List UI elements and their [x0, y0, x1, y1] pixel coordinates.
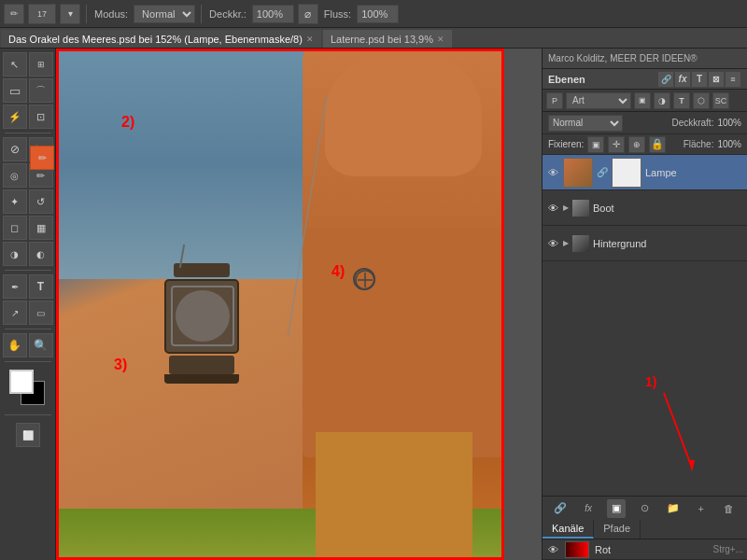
rect-select-tool[interactable]: ▭: [3, 78, 27, 103]
modus-select[interactable]: Normal: [134, 5, 195, 23]
gradient-tool[interactable]: ▦: [29, 216, 53, 240]
deckkr-input[interactable]: [252, 5, 294, 23]
filter-adj2-icon[interactable]: ◑: [654, 92, 670, 109]
layer-boot[interactable]: 👁 ▶ Boot: [543, 190, 747, 226]
sub-tabs: Kanäle Pfade: [543, 520, 747, 539]
tab-secondary-close[interactable]: ✕: [437, 35, 444, 44]
annotation-arrow-svg: [599, 384, 720, 505]
circle-target: [353, 268, 375, 290]
eyedropper-tool[interactable]: ⊘: [3, 137, 27, 161]
pen-tool[interactable]: ✒: [3, 274, 27, 299]
layer-boot-visibility[interactable]: 👁: [546, 202, 559, 215]
tab-main[interactable]: Das Orakel des Meeres.psd bei 152% (Lamp…: [0, 29, 322, 48]
layer-lampe-chain[interactable]: 🔗: [597, 167, 608, 177]
history-brush[interactable]: ↺: [29, 189, 53, 214]
filter-icon[interactable]: P: [546, 92, 563, 109]
tab-kanaele[interactable]: Kanäle: [543, 520, 594, 539]
blend-row: Normal Deckkraft: 100%: [543, 112, 747, 134]
brush-tool-icon[interactable]: ✏: [4, 4, 24, 24]
deckkr-label: Deckkr.:: [209, 8, 247, 20]
main-area: ↖ ⊞ ▭ ⌒ ⚡ ⊡ ⊘ 📐 ◎ ✏ ✦ ↺ ◻ ▦ ◑ ◐: [0, 49, 747, 560]
lock-pixel-icon[interactable]: ▣: [587, 136, 604, 153]
channel-rot-name: Rot: [595, 544, 707, 555]
move-tool[interactable]: ↖: [3, 52, 27, 77]
lasso-tool[interactable]: ⌒: [29, 78, 53, 103]
channel-rot-thumb: [565, 541, 589, 558]
shape-tool[interactable]: ▭: [29, 301, 53, 325]
tool-pair-clone: ✦ ↺: [3, 189, 53, 214]
artboard-tool[interactable]: ⊞: [29, 52, 53, 77]
opacity-value: 100%: [717, 118, 741, 128]
layer-hintergrund-triangle[interactable]: ▶: [563, 239, 569, 247]
layers-fx-bottom-icon[interactable]: fx: [579, 499, 598, 518]
layers-type-icon[interactable]: T: [691, 71, 708, 88]
brush-active-tool[interactable]: ✏: [30, 146, 54, 170]
spot-heal-tool[interactable]: ◎: [3, 163, 27, 188]
tool-pair-path: ↗ ▭: [3, 301, 53, 325]
filter-shape-icon[interactable]: ⬡: [693, 92, 710, 109]
blur-tool[interactable]: ◑: [3, 242, 27, 266]
lock-move-icon[interactable]: ✛: [608, 136, 625, 153]
foreground-color-swatch[interactable]: [9, 370, 34, 394]
top-toolbar: ✏ 17 ▾ Modus: Normal Deckkr.: ⌀ Fluss:: [0, 0, 747, 28]
user-bar: Marco Kolditz, MEER DER IDEEN®: [543, 49, 747, 69]
left-toolbar: ↖ ⊞ ▭ ⌒ ⚡ ⊡ ⊘ 📐 ◎ ✏ ✦ ↺ ◻ ▦ ◑ ◐: [0, 49, 56, 560]
layers-adj-icon[interactable]: ⊠: [708, 71, 725, 88]
layers-menu-icon[interactable]: ≡: [725, 71, 741, 88]
flaeche-label: Fläche:: [684, 139, 714, 149]
fluss-label: Fluss:: [324, 8, 351, 20]
svg-line-4: [664, 393, 692, 468]
tool-sep4: [5, 361, 51, 362]
layer-hintergrund[interactable]: 👁 ▶ Hintergrund: [543, 226, 747, 261]
filter-select[interactable]: Art: [566, 92, 631, 109]
zoom-tool[interactable]: 🔍: [29, 333, 53, 357]
annotation-3: 3): [114, 357, 127, 373]
type-tool[interactable]: T: [29, 274, 53, 299]
brush-preset-icon[interactable]: ▾: [60, 4, 80, 24]
tool-pair-select: ▭ ⌒: [3, 78, 53, 103]
eraser-tool[interactable]: ◻: [3, 216, 27, 240]
tab-pfade[interactable]: Pfade: [594, 520, 641, 539]
tool-sep5: [5, 414, 51, 415]
filter-pixel-icon[interactable]: ▣: [634, 92, 651, 109]
filter-smart-icon[interactable]: SC: [712, 92, 729, 109]
layer-boot-triangle[interactable]: ▶: [563, 203, 569, 212]
layer-lampe-thumb: [563, 158, 593, 188]
tab-secondary[interactable]: Laterne.psd bei 13,9% ✕: [322, 29, 453, 48]
fixieren-label: Fixieren:: [548, 139, 584, 149]
layers-fx-icon[interactable]: fx: [674, 71, 691, 88]
layers-link-icon[interactable]: 🔗: [657, 71, 674, 88]
dodge-tool[interactable]: ◐: [29, 242, 53, 266]
tab-main-close[interactable]: ✕: [306, 35, 314, 44]
annotation-4: 4): [331, 263, 345, 280]
crop-tool[interactable]: ⊡: [29, 105, 53, 129]
canvas-image: 2) 3) 4): [56, 49, 504, 560]
path-select[interactable]: ↗: [3, 301, 27, 325]
magic-wand-tool[interactable]: ⚡: [3, 105, 27, 129]
layers-link-bottom-icon[interactable]: 🔗: [551, 499, 570, 518]
layer-lampe[interactable]: 👁 🔗 Lampe: [543, 155, 747, 190]
fluss-input[interactable]: [357, 5, 399, 23]
lock-all-icon[interactable]: 🔒: [649, 136, 666, 153]
layer-hintergrund-visibility[interactable]: 👁: [546, 237, 559, 250]
hand-tool[interactable]: ✋: [3, 333, 27, 357]
tool-pair-blur: ◑ ◐: [3, 242, 53, 266]
tool-pair-hand: ✋ 🔍: [3, 333, 53, 357]
layer-boot-thumb: [572, 200, 589, 217]
lock-row: Fixieren: ▣ ✛ ⊕ 🔒 Fläche: 100%: [543, 134, 747, 155]
blend-mode-select[interactable]: Normal: [548, 115, 623, 132]
lock-artboard-icon[interactable]: ⊕: [628, 136, 645, 153]
layers-title: Ebenen: [548, 74, 585, 85]
screen-mode[interactable]: ⬜: [16, 423, 40, 447]
layers-delete-bottom-icon[interactable]: 🗑: [720, 499, 739, 518]
clone-tool[interactable]: ✦: [3, 189, 27, 214]
modus-label: Modus:: [94, 8, 128, 20]
right-panel: Marco Kolditz, MEER DER IDEEN® Ebenen 🔗 …: [542, 49, 747, 560]
airbrush-icon[interactable]: ⌀: [298, 4, 318, 24]
layer-lampe-visibility[interactable]: 👁: [546, 166, 559, 179]
brush-size-icon[interactable]: 17: [28, 4, 56, 24]
filter-text-icon[interactable]: T: [673, 92, 690, 109]
channel-rot-visibility[interactable]: 👁: [546, 543, 559, 556]
channel-rot[interactable]: 👁 Rot Strg+...: [543, 539, 747, 560]
flaeche-value: 100%: [717, 139, 741, 149]
